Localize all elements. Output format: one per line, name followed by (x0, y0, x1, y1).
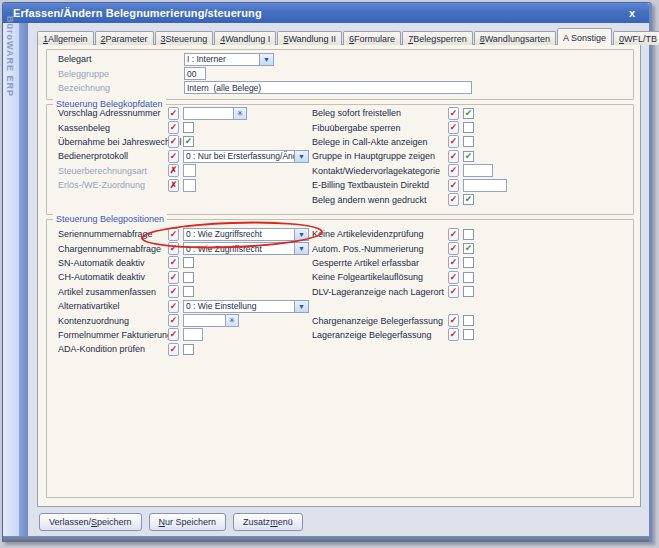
tab-4-wandlung-i[interactable]: 4 Wandlung I (214, 31, 276, 45)
field-active-check-icon[interactable]: ✓ (448, 150, 459, 163)
field-active-check-icon[interactable]: ✓ (168, 228, 179, 241)
field-active-check-icon[interactable]: ✓ (168, 285, 179, 298)
field-active-check-icon[interactable]: ✓ (448, 228, 459, 241)
field-active-check-icon[interactable]: ✓ (448, 107, 459, 120)
tab-2-parameter[interactable]: 2 Parameter (95, 31, 154, 45)
checkbox[interactable] (183, 344, 194, 355)
field-label: Chargennummernabfrage (58, 244, 168, 254)
checkbox[interactable] (463, 122, 474, 133)
text-input[interactable] (183, 164, 196, 177)
tab-5-wandlung-ii[interactable]: 5 Wandlung II (277, 31, 342, 45)
field-label: Erlös-/WE-Zuordnung (58, 180, 168, 190)
checkbox[interactable] (463, 315, 474, 326)
field-label: ADA-Kondition prüfen (58, 344, 168, 354)
field-disabled-x-icon[interactable]: ✗ (168, 179, 179, 192)
checkbox[interactable] (463, 257, 474, 268)
field-active-check-icon[interactable]: ✓ (168, 343, 179, 356)
checkbox[interactable]: ✔ (463, 108, 474, 119)
dropdown[interactable]: 0 : Wie Zugriffsrecht▼ (183, 242, 309, 255)
lookup-icon[interactable]: ✳ (233, 108, 246, 119)
checkbox[interactable]: ✔ (463, 151, 474, 162)
lookup-icon[interactable]: ✳ (225, 315, 238, 326)
field-label: Formelnummer Fakturierung (58, 330, 168, 340)
dropdown[interactable]: I : Interner▼ (184, 53, 274, 66)
text-input[interactable] (183, 328, 203, 341)
verlassen-speichern-button[interactable]: Verlassen/Speichern (39, 513, 142, 531)
field-active-check-icon[interactable]: ✓ (168, 314, 179, 327)
lookup-value (184, 315, 225, 326)
text-input[interactable] (183, 179, 196, 192)
field-active-check-icon[interactable]: ✓ (168, 107, 179, 120)
tab-bar: 1 Allgemein2 Parameter3 Steuerung4 Wandl… (37, 28, 659, 45)
checkbox[interactable]: ✔ (183, 136, 194, 147)
field-label: Gruppe in Hauptgruppe zeigen (312, 151, 448, 161)
text-input[interactable] (463, 179, 507, 192)
checkbox[interactable] (463, 329, 474, 340)
text-input[interactable] (463, 164, 493, 177)
field-active-check-icon[interactable]: ✓ (448, 179, 459, 192)
dropdown[interactable]: 0 : Wie Einstellung▼ (183, 300, 309, 313)
field-disabled-x-icon[interactable]: ✗ (168, 164, 179, 177)
field-active-check-icon[interactable]: ✓ (168, 300, 179, 313)
zusatzmen--button[interactable]: Zusatzmenü (233, 513, 303, 531)
checkbox[interactable] (183, 122, 194, 133)
tab-8-wandlungsarten[interactable]: 8 Wandlungsarten (474, 31, 556, 45)
field-active-check-icon[interactable]: ✓ (168, 256, 179, 269)
field-active-check-icon[interactable]: ✓ (168, 150, 179, 163)
tab-0-wfl-tb[interactable]: 0 WFL/TB (613, 31, 659, 45)
dropdown[interactable]: 0 : Wie Zugriffsrecht▼ (183, 228, 309, 241)
field-active-check-icon[interactable]: ✓ (448, 271, 459, 284)
field-active-check-icon[interactable]: ✓ (448, 164, 459, 177)
field-active-check-icon[interactable]: ✓ (448, 285, 459, 298)
field-active-check-icon[interactable]: ✓ (168, 135, 179, 148)
form-row: Keine Artikelevidenzprüfung✓ (312, 227, 474, 241)
checkbox[interactable] (463, 229, 474, 240)
checkbox[interactable] (183, 257, 194, 268)
checkbox[interactable] (183, 286, 194, 297)
field-active-check-icon[interactable]: ✓ (448, 135, 459, 148)
dropdown-arrow-icon[interactable]: ▼ (294, 229, 308, 240)
field-label: Steuerberechnungsart (58, 166, 168, 176)
field-active-check-icon[interactable]: ✓ (448, 121, 459, 134)
field-label: Bedienerprotokoll (58, 151, 168, 161)
tab-7-belegsperren[interactable]: 7 Belegsperren (402, 31, 473, 45)
text-input[interactable]: Intern (alle Belege) (184, 81, 472, 94)
titlebar: Erfassen/Ändern Belegnumerierung/steueru… (3, 3, 649, 23)
checkbox[interactable]: ✔ (463, 243, 474, 254)
dropdown-arrow-icon[interactable]: ▼ (294, 243, 308, 254)
close-icon[interactable]: x (625, 7, 639, 19)
field-active-check-icon[interactable]: ✓ (448, 242, 459, 255)
nur-speichern-button[interactable]: Nur Speichern (149, 513, 227, 531)
checkbox[interactable] (463, 286, 474, 297)
tab-a-sonstige[interactable]: A Sonstige (557, 28, 612, 45)
checkbox[interactable]: ✔ (463, 194, 474, 205)
dropdown-arrow-icon[interactable]: ▼ (294, 301, 308, 312)
field-active-check-icon[interactable]: ✓ (448, 314, 459, 327)
form-row: Lageranzeige Belegerfassung✓ (312, 328, 474, 342)
dropdown[interactable]: 0 : Nur bei Ersterfassung/Änderung▼ (183, 150, 309, 163)
lookup-field[interactable]: ✳ (183, 107, 247, 120)
form-row: SN-Automatik deaktiv✓ (58, 256, 309, 270)
checkbox[interactable] (463, 272, 474, 283)
field-active-check-icon[interactable]: ✓ (448, 256, 459, 269)
field-active-check-icon[interactable]: ✓ (168, 328, 179, 341)
checkbox[interactable] (183, 272, 194, 283)
field-active-check-icon[interactable]: ✓ (448, 328, 459, 341)
field-active-check-icon[interactable]: ✓ (168, 242, 179, 255)
lookup-field[interactable]: ✳ (183, 314, 239, 327)
field-active-check-icon[interactable]: ✓ (168, 121, 179, 134)
field-label: Gesperrte Artikel erfassbar (312, 258, 448, 268)
field-active-check-icon[interactable]: ✓ (168, 271, 179, 284)
field-label: Chargenanzeige Belegerfassung (312, 316, 448, 326)
form-row: Kassenbeleg✓ (58, 120, 309, 134)
checkbox[interactable] (463, 136, 474, 147)
tab-3-steuerung[interactable]: 3 Steuerung (155, 31, 214, 45)
field-label: Autom. Pos.-Nummerierung (312, 244, 448, 254)
tab-6-formulare[interactable]: 6 Formulare (343, 31, 401, 45)
form-row: Gruppe in Hauptgruppe zeigen✓✔ (312, 149, 507, 163)
dropdown-arrow-icon[interactable]: ▼ (259, 54, 273, 65)
dropdown-arrow-icon[interactable]: ▼ (294, 151, 308, 162)
text-input[interactable]: 00 (184, 67, 206, 80)
tab-1-allgemein[interactable]: 1 Allgemein (37, 31, 94, 45)
field-active-check-icon[interactable]: ✓ (448, 193, 459, 206)
